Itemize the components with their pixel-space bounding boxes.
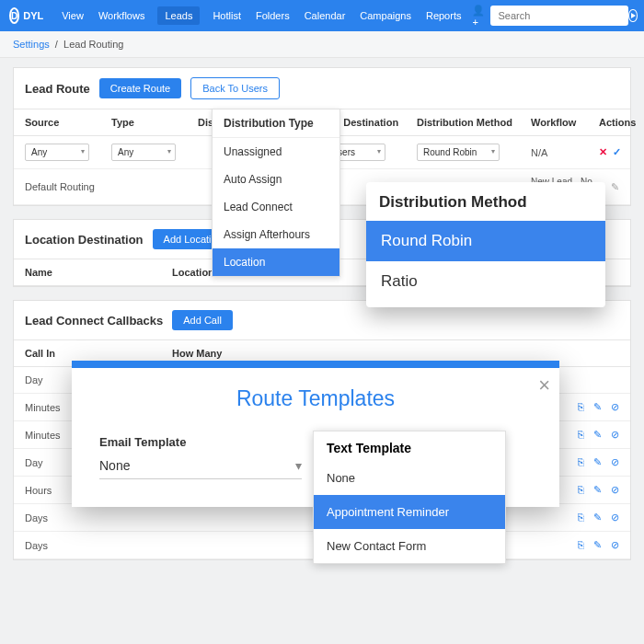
cancel-icon[interactable]: ⊘: [611, 484, 619, 496]
dropdown-item[interactable]: None: [314, 461, 505, 495]
add-call-button[interactable]: Add Call: [172, 310, 233, 330]
back-to-users-button[interactable]: Back To Users: [190, 77, 280, 99]
dropdown-header: Text Template: [314, 431, 505, 461]
dropdown-item[interactable]: Location: [213, 248, 339, 276]
top-right-cluster: Jennifer DiMaria,Lead Status: OFF ? 💬 👤: [628, 0, 644, 41]
cancel-icon[interactable]: ⊘: [611, 512, 619, 523]
nav-item-workflows[interactable]: Workflows: [97, 6, 147, 25]
workflow-cell: N/A: [531, 147, 595, 158]
breadcrumb-current: Lead Routing: [63, 39, 123, 50]
method-select[interactable]: Round Robin: [417, 144, 500, 161]
dropdown-item[interactable]: Unassigned: [213, 138, 339, 166]
dropdown-item[interactable]: New Contact Form: [314, 529, 505, 563]
actions-cell: ✕ ✓: [599, 146, 644, 158]
popover-title: Distribution Method: [366, 182, 605, 221]
edit-icon[interactable]: ✎: [593, 512, 602, 523]
edit-icon[interactable]: ✎: [611, 181, 619, 193]
lead-route-title: Lead Route: [25, 82, 90, 96]
nav-item-campaigns[interactable]: Campaigns: [358, 6, 413, 25]
nav-item-calendar[interactable]: Calendar: [303, 6, 348, 25]
actions-cell: ⎘ ✎: [599, 181, 644, 193]
search-input[interactable]: [490, 6, 628, 26]
email-template-label: Email Template: [99, 435, 302, 449]
edit-icon[interactable]: ✎: [593, 456, 602, 468]
nav-item-reports[interactable]: Reports: [424, 6, 464, 25]
dropdown-item[interactable]: Round Robin: [366, 221, 605, 261]
distribution-type-dropdown[interactable]: Distribution Type UnassignedAuto AssignL…: [212, 109, 340, 277]
cancel-icon[interactable]: ⊘: [611, 456, 619, 468]
cancel-icon[interactable]: ⊘: [611, 539, 619, 551]
main-nav: ViewWorkflowsLeadsHotlistFoldersCalendar…: [60, 6, 463, 25]
cancel-icon[interactable]: ⊘: [611, 429, 619, 441]
nav-item-leads[interactable]: Leads: [157, 6, 200, 25]
type-select[interactable]: Any: [111, 144, 176, 161]
copy-icon[interactable]: ⎘: [578, 484, 584, 496]
dropdown-item[interactable]: Lead Connect: [213, 193, 339, 221]
dropdown-item[interactable]: Assign Afterhours: [213, 221, 339, 248]
copy-icon[interactable]: ⎘: [578, 429, 584, 441]
callbacks-title: Lead Connect Callbacks: [25, 314, 163, 328]
breadcrumb-root[interactable]: Settings: [13, 39, 50, 50]
confirm-icon[interactable]: ✓: [613, 146, 621, 158]
nav-item-folders[interactable]: Folders: [254, 6, 292, 25]
play-icon[interactable]: [628, 9, 637, 22]
dropdown-item[interactable]: Auto Assign: [213, 166, 339, 193]
default-routing-label: Default Routing: [25, 181, 194, 192]
close-icon[interactable]: ×: [538, 374, 550, 397]
delete-icon[interactable]: ✕: [599, 146, 607, 158]
copy-icon[interactable]: ⎘: [578, 539, 584, 551]
create-route-button[interactable]: Create Route: [99, 78, 181, 98]
cancel-icon[interactable]: ⊘: [611, 401, 619, 413]
edit-icon[interactable]: ✎: [593, 484, 602, 496]
copy-icon[interactable]: ⎘: [578, 512, 584, 523]
nav-item-hotlist[interactable]: Hotlist: [211, 6, 243, 25]
source-select[interactable]: Any: [25, 144, 89, 161]
dropdown-item[interactable]: Ratio: [366, 261, 605, 302]
dropdown-header: Distribution Type: [213, 109, 339, 138]
email-template-select[interactable]: None: [99, 453, 302, 479]
add-user-icon[interactable]: 👤+: [472, 5, 485, 28]
top-nav-bar: D DYL ViewWorkflowsLeadsHotlistFoldersCa…: [0, 0, 644, 31]
brand-name: DYL: [23, 10, 43, 21]
edit-icon[interactable]: ✎: [593, 539, 602, 551]
email-template-field: Email Template None: [99, 435, 302, 479]
modal-title: Route Templates: [72, 368, 559, 435]
copy-icon[interactable]: ⎘: [578, 456, 584, 468]
logo-icon: D: [9, 7, 19, 24]
dropdown-item[interactable]: Appointment Reminder: [314, 495, 505, 529]
location-title: Location Destination: [25, 233, 144, 247]
nav-item-view[interactable]: View: [60, 6, 86, 25]
copy-icon[interactable]: ⎘: [578, 401, 584, 413]
text-template-dropdown[interactable]: Text Template NoneAppointment ReminderNe…: [313, 431, 506, 564]
distribution-method-popover[interactable]: Distribution Method Round RobinRatio: [366, 182, 605, 307]
edit-icon[interactable]: ✎: [593, 429, 602, 441]
breadcrumb: Settings / Lead Routing: [0, 31, 644, 58]
edit-icon[interactable]: ✎: [593, 401, 602, 413]
